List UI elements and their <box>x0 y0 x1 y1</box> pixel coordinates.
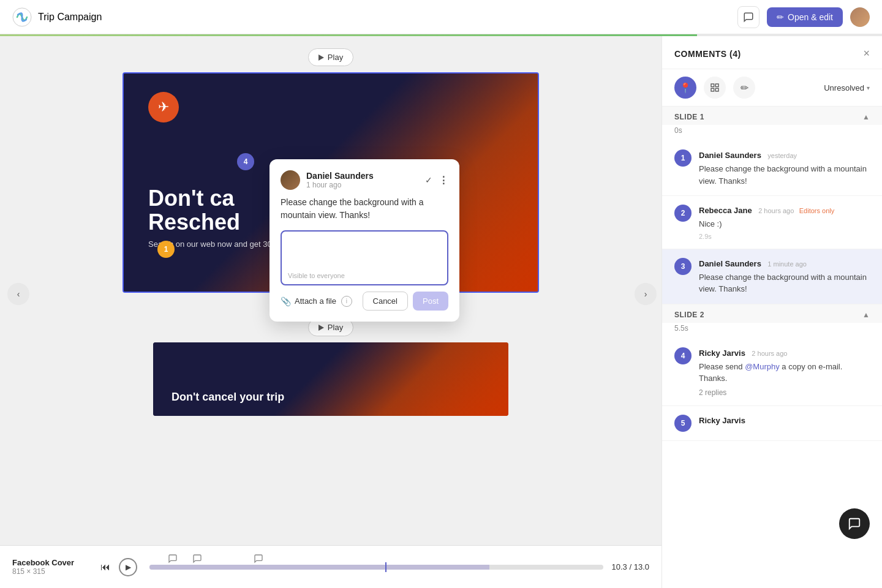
reply-input-wrap: Visible to everyone <box>281 230 448 285</box>
svg-rect-3 <box>711 88 714 91</box>
comment-badge-label-1: 1 <box>674 149 692 167</box>
play-button-1[interactable]: Play <box>308 48 353 66</box>
popup-more-icon[interactable]: ⋮ <box>439 175 448 186</box>
chat-widget[interactable] <box>839 508 870 539</box>
info-icon[interactable]: i <box>341 296 352 307</box>
logo-icon <box>12 7 32 27</box>
comment-content-1: Daniel Saunders yesterday Please change … <box>699 149 870 187</box>
attach-label: Attach a file <box>295 296 336 306</box>
replies-label[interactable]: 2 replies <box>699 388 870 397</box>
format-label: Facebook Cover <box>12 558 86 567</box>
visible-label: Visible to everyone <box>288 272 441 279</box>
open-edit-label: Open & edit <box>788 12 833 22</box>
svg-rect-2 <box>715 84 718 87</box>
play-triangle-icon-2 <box>318 325 324 331</box>
slide2-section-header: SLIDE 2 ▲ <box>662 304 882 323</box>
play-label: Play <box>328 53 343 62</box>
popup-avatar <box>281 170 300 190</box>
filter-pin-button[interactable]: 📍 <box>674 77 696 99</box>
chat-button[interactable] <box>737 6 760 28</box>
mention-murphy[interactable]: @Murphy <box>745 362 780 371</box>
status-filter[interactable]: Unresolved ▾ <box>824 83 870 92</box>
comment-item-3: 3 Daniel Saunders 1 minute ago Please ch… <box>662 249 882 304</box>
progress-fill <box>0 34 697 36</box>
timeline-comment-icons <box>149 554 649 564</box>
popup-username: Daniel Saunders <box>306 171 374 181</box>
slide2-canvas: Don't cancel your trip <box>153 342 508 416</box>
comment-item-4: 4 Ricky Jarvis 2 hours ago Please send @… <box>662 339 882 406</box>
avatar[interactable] <box>850 7 870 27</box>
popup-check-icon[interactable]: ✓ <box>425 175 432 185</box>
slide2-collapse-icon[interactable]: ▲ <box>862 311 870 319</box>
timeline-segment-3 <box>399 565 489 570</box>
timeline-comment-icon-2 <box>192 554 202 564</box>
comment-content-5: Ricky Jarvis <box>699 415 870 432</box>
slide1-section-header: SLIDE 1 ▲ <box>662 107 882 125</box>
attach-button[interactable]: 📎 Attach a file <box>281 296 336 306</box>
slide2-section: Play Don't cancel your trip <box>0 318 662 416</box>
slide2-time: 5.5s <box>662 323 882 339</box>
timeline-comment-icon-1 <box>168 554 178 564</box>
slide1-collapse-icon[interactable]: ▲ <box>862 113 870 121</box>
timeline-cursor <box>385 562 386 572</box>
chat-widget-icon <box>848 517 861 530</box>
comment-item-1: 1 Daniel Saunders yesterday Please chang… <box>662 141 882 196</box>
popup-user-info: Daniel Saunders 1 hour ago <box>306 171 374 189</box>
reply-input[interactable] <box>288 236 441 267</box>
skip-back-button[interactable]: ⏮ <box>98 559 113 575</box>
comments-title: COMMENTS (4) <box>674 49 741 59</box>
popup-bottom: 📎 Attach a file i Cancel Post <box>281 292 448 311</box>
svg-rect-4 <box>715 88 718 91</box>
comment-badge-label-5: 5 <box>674 415 692 432</box>
bottom-bar: Facebook Cover 815 × 315 ⏮ ▶ 10.3 / 13.0 <box>0 545 662 588</box>
comment-badge-label-3: 3 <box>674 258 692 275</box>
bottom-info: Facebook Cover 815 × 315 <box>12 558 86 576</box>
play-triangle-icon <box>318 55 324 61</box>
header-left: Trip Campaign <box>12 7 102 27</box>
transport-controls: ⏮ ▶ <box>98 558 137 576</box>
popup-time: 1 hour ago <box>306 181 374 189</box>
size-label: 815 × 315 <box>12 567 86 576</box>
filter-element-button[interactable] <box>704 77 726 99</box>
nav-prev-button[interactable]: ‹ <box>7 283 29 305</box>
edit-pencil-icon: ✏ <box>777 12 784 22</box>
slide1-plane-icon: ✈ <box>148 92 179 123</box>
comments-header: COMMENTS (4) × <box>662 36 882 69</box>
filter-pen-button[interactable]: ✏ <box>733 77 755 99</box>
close-comments-button[interactable]: × <box>863 47 870 60</box>
comment-content-3: Daniel Saunders 1 minute ago Please chan… <box>699 258 870 295</box>
comment-badge-4[interactable]: 4 <box>237 153 254 170</box>
cancel-button[interactable]: Cancel <box>363 292 408 311</box>
post-button[interactable]: Post <box>413 292 448 311</box>
slide2-text: Don't cancel your trip <box>172 391 284 404</box>
comment-item-2: 2 Rebecca Jane 2 hours ago Editors only … <box>662 196 882 249</box>
status-label: Unresolved <box>824 83 864 92</box>
timeline: 10.3 / 13.0 <box>149 562 649 571</box>
slide1-headline: Don't caResched <box>148 186 287 235</box>
popup-message: Please change the background with a moun… <box>281 196 448 222</box>
slide1-text: Don't caResched Search on our web now an… <box>148 186 287 249</box>
popup-actions: ✓ ⋮ <box>425 175 448 186</box>
header: Trip Campaign ✏ Open & edit <box>0 0 882 34</box>
comment-item-5: 5 Ricky Jarvis <box>662 406 882 441</box>
time-display: 10.3 / 13.0 <box>605 562 649 571</box>
header-right: ✏ Open & edit <box>737 6 870 28</box>
timeline-segment-1 <box>149 565 308 570</box>
nav-next-button[interactable]: › <box>635 283 657 305</box>
timeline-track[interactable] <box>149 565 603 570</box>
comments-panel: COMMENTS (4) × 📍 ✏ Unresolved ▾ SLIDE 1 … <box>662 36 882 588</box>
open-edit-button[interactable]: ✏ Open & edit <box>767 7 843 27</box>
slide1-label: SLIDE 1 <box>674 113 704 121</box>
play-pause-button[interactable]: ▶ <box>119 558 137 576</box>
play-button-wrap: Play <box>308 48 353 66</box>
slide1-time: 0s <box>662 125 882 141</box>
popup-header: Daniel Saunders 1 hour ago ✓ ⋮ <box>281 170 448 190</box>
comment-content-4: Ricky Jarvis 2 hours ago Please send @Mu… <box>699 347 870 397</box>
comment-badge-1[interactable]: 1 <box>157 241 175 258</box>
popup-footer-buttons: Cancel Post <box>363 292 448 311</box>
comment-popup: Daniel Saunders 1 hour ago ✓ ⋮ Please ch… <box>270 159 459 322</box>
timeline-comment-icon-3 <box>254 554 263 564</box>
slide2-bg <box>153 342 508 416</box>
comment-content-2: Rebecca Jane 2 hours ago Editors only Ni… <box>699 205 870 240</box>
slide2-label: SLIDE 2 <box>674 311 704 319</box>
